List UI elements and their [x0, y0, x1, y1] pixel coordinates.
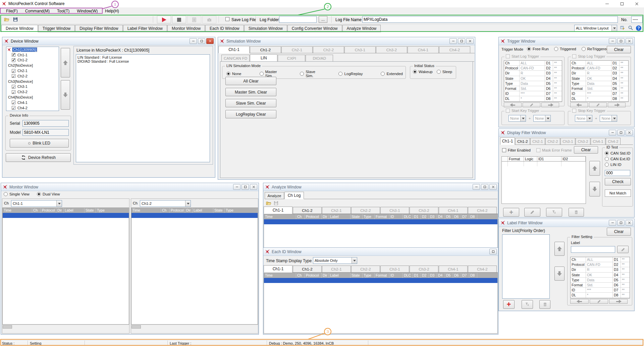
device-tree-item[interactable]: ✓ Ch2-1: [6, 68, 59, 73]
device-window-titlebar[interactable]: Device Window: [2, 37, 215, 45]
device-tree-item[interactable]: ✓ Ch1-1: [6, 52, 59, 58]
channel-tab[interactable]: Ch1-1: [264, 207, 292, 214]
minimize-button[interactable]: [600, 0, 614, 7]
menu-item[interactable]: Tool(T): [54, 8, 73, 14]
label-priority-button[interactable]: [522, 300, 533, 309]
restore-button[interactable]: [489, 249, 497, 254]
filter-delete-button[interactable]: [569, 208, 584, 217]
license-list[interactable]: LIN Standard : Full LicenseDIO/AD Standa…: [76, 54, 210, 162]
device-tree-item[interactable]: ✓ Ch2-2: [6, 73, 59, 79]
channel-select[interactable]: Ch1-2: [140, 200, 191, 207]
filter-enabled-checkbox[interactable]: [502, 148, 506, 152]
restore-button[interactable]: [617, 130, 625, 135]
channel-tab[interactable]: Ch4-1: [408, 46, 439, 53]
blink-led-button[interactable]: Blink LED: [10, 139, 69, 148]
initial-status-radio[interactable]: Wakeup: [413, 70, 433, 74]
save-config-button[interactable]: [11, 16, 19, 23]
simulation-mode-radio[interactable]: LogReplay: [338, 70, 363, 78]
condition-prev-button[interactable]: [504, 103, 522, 107]
channel-tab[interactable]: Ch4-1: [439, 207, 468, 214]
menu-item[interactable]: Help(H): [102, 8, 122, 14]
close-button[interactable]: [250, 184, 257, 190]
condition-prev-button[interactable]: [570, 299, 589, 304]
trigger-mode-radio[interactable]: Triggered: [554, 47, 576, 51]
close-button[interactable]: [206, 38, 214, 44]
window-tab[interactable]: Display Filter Window: [75, 25, 122, 32]
channel-tab[interactable]: Ch3-1: [344, 46, 376, 53]
device-tree-item[interactable]: ✓ Ch3-1: [6, 84, 59, 90]
tree-move-down-button[interactable]: [61, 80, 70, 110]
minimize-button[interactable]: [609, 130, 616, 135]
device-tree-item[interactable]: ✓ Ch2[NoDevice]: [6, 63, 59, 68]
condition-next-button[interactable]: [609, 299, 628, 304]
simulation-clear-button[interactable]: Master Sim. Clear: [225, 88, 276, 96]
channel-checkbox[interactable]: ✓: [12, 53, 15, 57]
filter-edit-button[interactable]: [524, 208, 540, 217]
channel-checkbox[interactable]: ✓: [12, 74, 15, 78]
label-move-down-button[interactable]: [554, 267, 565, 281]
protocol-tab[interactable]: CXPI: [278, 55, 305, 61]
channel-tab[interactable]: Ch2-1: [322, 207, 351, 214]
channel-checkbox[interactable]: ✓: [12, 106, 15, 110]
selected-row[interactable]: [3, 213, 129, 218]
label-add-button[interactable]: +: [503, 300, 515, 309]
window-tab[interactable]: Simulation Window: [244, 25, 287, 32]
device-tree[interactable]: ✓ Ch1[1309905] ✓ Ch1-1 ✓ C: [6, 47, 59, 111]
device-tree-item[interactable]: ✓ Ch3[NoDevice]: [6, 79, 59, 84]
device-tree-item[interactable]: ✓ Ch1[1309905]: [6, 47, 59, 52]
condition-edit-button[interactable]: [589, 103, 607, 107]
device-tree-item[interactable]: ✓ Ch4-2: [6, 105, 59, 111]
start-key2-select[interactable]: None: [533, 115, 551, 122]
open-config-button[interactable]: [3, 16, 11, 23]
channel-tab[interactable]: Ch4-1: [591, 138, 605, 145]
filter-move-down-button[interactable]: [589, 182, 600, 196]
channel-checkbox[interactable]: ✓: [12, 101, 15, 104]
channel-checkbox[interactable]: ✓: [12, 58, 15, 62]
stop-button[interactable]: [172, 16, 186, 23]
monitor-grid[interactable]: TimeChProtocolDirLabelStateType: [2, 208, 129, 325]
label-filter-window-titlebar[interactable]: Label Filter Window: [499, 219, 634, 227]
channel-tab[interactable]: Ch4-2: [468, 207, 497, 214]
restore-button[interactable]: [617, 220, 625, 226]
window-layout-select[interactable]: ALL Window Layout: [574, 25, 617, 32]
label-input[interactable]: [571, 246, 615, 253]
channel-tab[interactable]: Ch2-1: [530, 138, 545, 145]
log-open-button[interactable]: [266, 200, 271, 207]
restore-button[interactable]: [481, 184, 488, 190]
condition-edit-button[interactable]: [590, 299, 608, 304]
view-mode-radio[interactable]: Dual View: [37, 192, 60, 196]
initial-status-radio[interactable]: Sleep: [437, 70, 452, 74]
close-button[interactable]: [629, 0, 644, 7]
minimize-button[interactable]: [609, 220, 616, 226]
selected-row[interactable]: [131, 213, 258, 218]
start-button[interactable]: [157, 16, 171, 23]
view-mode-radio[interactable]: Single View: [4, 192, 30, 196]
device-tree-item[interactable]: ✓ Ch1-2: [6, 58, 59, 63]
start-key1-select[interactable]: None: [508, 115, 526, 122]
layout-save-icon[interactable]: [620, 25, 625, 32]
condition-next-button[interactable]: [608, 103, 626, 107]
chevron-down-icon[interactable]: [611, 25, 617, 31]
protocol-tab[interactable]: DIO/AD: [306, 55, 333, 61]
label-clear-button[interactable]: Clear: [607, 228, 631, 236]
trigger-mode-radio[interactable]: ReTriggered: [582, 47, 609, 51]
selected-row[interactable]: [264, 219, 497, 224]
each-id-grid[interactable]: TimeChProtocolDirLabelStateTypeFormatIDD…: [264, 273, 498, 334]
tree-move-up-button[interactable]: [61, 48, 70, 77]
window-tab[interactable]: Device Window: [1, 25, 38, 32]
stop-log-trigger-checkbox[interactable]: [572, 54, 576, 58]
save-log-file-checkbox[interactable]: ✓: [225, 17, 229, 21]
protocol-tab[interactable]: LIN: [250, 54, 277, 62]
channel-tab[interactable]: Ch3-2: [376, 46, 407, 53]
id-check-button[interactable]: Check: [605, 178, 631, 185]
channel-tab[interactable]: Ch4-2: [606, 138, 621, 145]
channel-tab[interactable]: Ch3-2: [410, 207, 438, 214]
monitor-grid[interactable]: TimeChProtocolDirLabelStateType: [131, 208, 258, 325]
protocol-tab[interactable]: CAN/CAN FD: [221, 55, 250, 61]
channel-tab[interactable]: Ch1-1: [218, 46, 250, 53]
channel-tab[interactable]: Ch4-2: [468, 266, 497, 272]
window-tab[interactable]: Each ID Window: [205, 25, 244, 32]
chevron-down-icon[interactable]: [56, 200, 62, 207]
channel-tab[interactable]: Ch2-2: [351, 207, 380, 214]
trigger-clear-button[interactable]: Clear: [607, 46, 631, 53]
